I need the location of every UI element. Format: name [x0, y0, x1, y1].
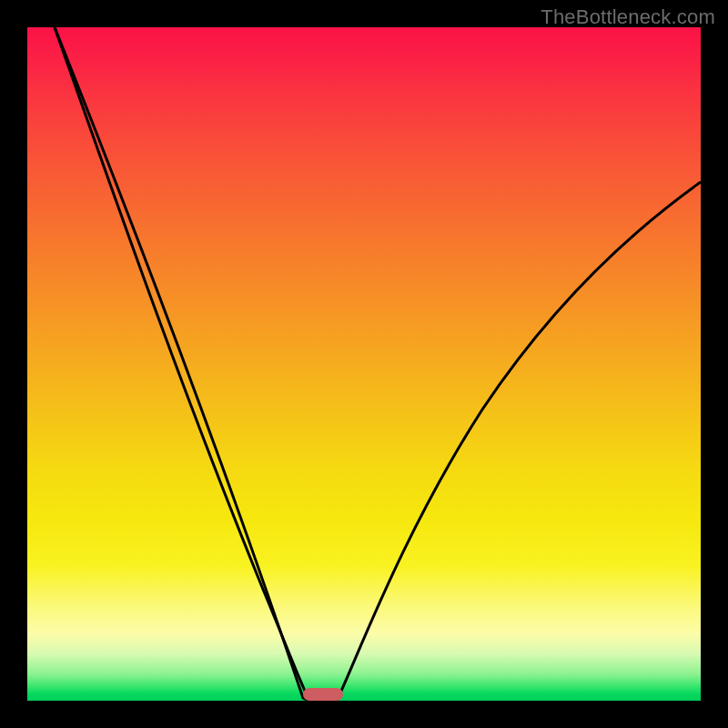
left-curve-refine	[55, 27, 309, 701]
right-curve	[337, 182, 701, 701]
watermark-text: TheBottleneck.com	[541, 5, 715, 29]
bottleneck-marker	[303, 688, 343, 701]
curves-svg	[27, 27, 701, 701]
left-curve	[55, 27, 309, 701]
chart-root: TheBottleneck.com	[0, 0, 728, 728]
plot-area	[27, 27, 701, 701]
